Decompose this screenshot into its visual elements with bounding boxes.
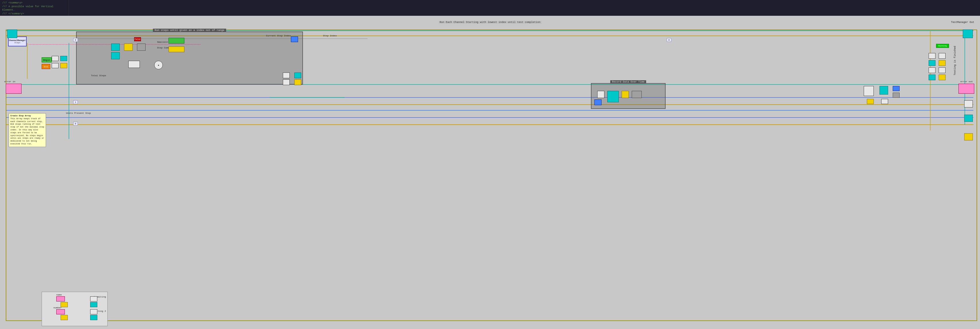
fn-node-5[interactable] xyxy=(128,61,140,68)
total-steps-label: Total Steps xyxy=(91,74,106,77)
center-node-4[interactable] xyxy=(294,79,301,85)
error-in-node[interactable] xyxy=(6,84,22,94)
right-node-1[interactable] xyxy=(929,53,935,59)
fn-node-1[interactable] xyxy=(111,44,120,51)
error-out-node[interactable] xyxy=(958,84,974,94)
step-index-label: Step Index xyxy=(323,35,337,37)
rclust-node-1[interactable] xyxy=(864,86,874,96)
current-step-index-label: Current Step Index xyxy=(266,35,291,37)
scatter-node-2[interactable] xyxy=(60,56,67,61)
sub-diagram: name number # waiting # waiting 2 xyxy=(41,292,108,326)
num-const-2[interactable]: 1 xyxy=(73,100,78,104)
code-line-2: /// A possible value for Vertical Elemen… xyxy=(2,5,53,12)
false-constant[interactable]: False xyxy=(134,37,141,41)
num-const-4[interactable]: 0 xyxy=(667,38,671,42)
running-status: Running xyxy=(936,44,949,48)
right-node-3[interactable] xyxy=(939,53,945,59)
far-right-node-4[interactable] xyxy=(964,115,973,122)
record-node-4[interactable] xyxy=(632,91,642,98)
testing-finished-label: Testing is finished xyxy=(954,46,956,75)
record-data-frame: Record Data Over Time xyxy=(591,83,666,109)
right-node-2[interactable] xyxy=(929,60,935,66)
sub-node-4[interactable] xyxy=(90,302,97,307)
record-node-2[interactable] xyxy=(607,91,619,102)
sub-node-8[interactable] xyxy=(90,315,97,320)
outer-loop-title: Run Each Channel Starting with lowest in… xyxy=(439,21,541,24)
code-line-3: /// </summary> xyxy=(2,12,24,15)
rclust-node-4[interactable] xyxy=(881,99,888,104)
rclust-node-3[interactable] xyxy=(867,99,874,104)
far-right-node-3[interactable] xyxy=(964,100,973,108)
fn-node-7[interactable] xyxy=(169,46,185,52)
begin-node[interactable]: Begin xyxy=(41,57,52,62)
tooltip-box: Create Step Array This Array keeps track… xyxy=(9,113,46,147)
record-node-5[interactable] xyxy=(594,100,601,105)
num-const-3[interactable]: 0 xyxy=(73,122,78,125)
scatter-node-3[interactable] xyxy=(52,63,59,68)
run-steps-title: Run steps until given an a index not of … xyxy=(153,28,226,32)
fn-node-right[interactable] xyxy=(291,36,298,42)
end-node[interactable]: End xyxy=(41,64,50,69)
center-node-2[interactable] xyxy=(294,73,301,78)
fn-circle-node[interactable]: ● xyxy=(154,61,163,70)
units-present-step-label: Units Present Step xyxy=(66,112,91,114)
fn-node-4[interactable] xyxy=(111,52,120,59)
right-node-5[interactable] xyxy=(929,67,935,73)
channel-manager-label: ChannelManager xyxy=(9,39,26,41)
channel-manager-steps: Steps xyxy=(14,41,21,44)
fn-node-3[interactable] xyxy=(137,44,146,51)
error-in-label: error in xyxy=(4,80,15,83)
sub-node-1[interactable] xyxy=(56,296,65,302)
rclust-node-5[interactable] xyxy=(893,86,900,91)
center-node-1[interactable] xyxy=(283,73,290,78)
far-right-terminal[interactable] xyxy=(963,30,973,38)
error-out-label: error out xyxy=(961,80,973,83)
record-data-title: Record Data Over Time xyxy=(610,80,646,84)
rclust-node-6[interactable] xyxy=(893,93,900,98)
test-manager-out-label: TestManager Out xyxy=(951,21,974,24)
center-node-3[interactable] xyxy=(283,79,290,85)
sub-node-2[interactable] xyxy=(60,302,68,307)
code-line-1: /// <summary> xyxy=(2,2,22,4)
sub-node-7[interactable] xyxy=(90,309,97,315)
fn-node-6[interactable] xyxy=(169,38,185,44)
right-node-6[interactable] xyxy=(929,74,935,80)
num-const-1[interactable]: 0 xyxy=(73,38,78,42)
code-panel: /// <summary> /// A possible value for V… xyxy=(0,0,69,16)
record-node-3[interactable] xyxy=(622,91,629,98)
right-node-7[interactable] xyxy=(939,67,945,73)
fn-node-2[interactable] xyxy=(124,44,133,51)
sub-name-label: name xyxy=(56,293,62,296)
tooltip-title: Create Step Array xyxy=(10,115,31,117)
far-right-node-5[interactable] xyxy=(964,133,973,141)
far-left-terminal[interactable] xyxy=(7,30,17,38)
tooltip-body: This Array keeps track of each channels … xyxy=(10,117,44,145)
sub-node-3[interactable] xyxy=(90,296,97,302)
scatter-node-4[interactable] xyxy=(60,63,67,68)
right-node-8[interactable] xyxy=(939,74,945,80)
running-label: Running xyxy=(939,45,947,47)
run-steps-frame: Run steps until given an a index not of … xyxy=(76,32,303,85)
right-node-4[interactable] xyxy=(939,60,945,66)
sub-node-6[interactable] xyxy=(60,315,68,320)
vi-canvas: Run Each Channel Starting with lowest in… xyxy=(0,16,980,329)
record-node-1[interactable] xyxy=(597,91,605,98)
scatter-node-1[interactable] xyxy=(52,56,59,61)
sub-node-5[interactable] xyxy=(56,309,65,315)
rclust-node-2[interactable] xyxy=(880,86,888,95)
